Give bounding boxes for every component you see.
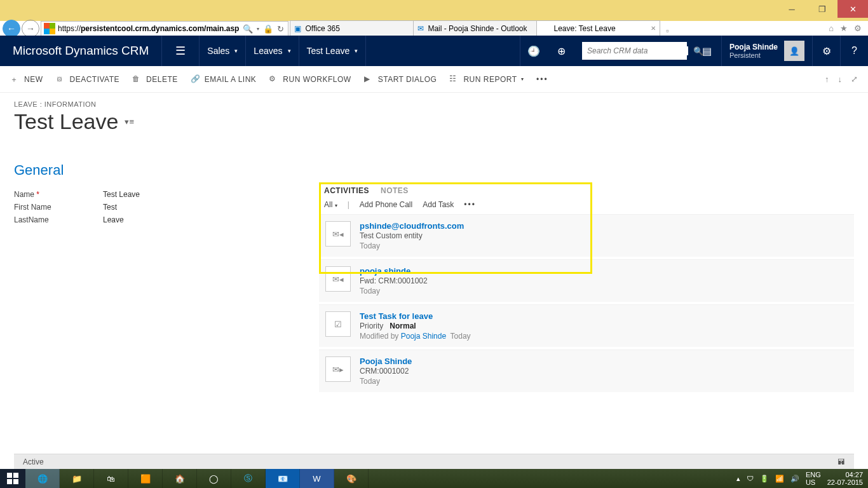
new-tab-button[interactable]: ▫	[660, 26, 675, 36]
home-icon[interactable]: ⌂	[829, 24, 834, 33]
taskbar-app-chrome[interactable]: ◯	[197, 469, 231, 488]
add-task-button[interactable]: Add Task	[423, 200, 454, 209]
browser-forward-button[interactable]: →	[22, 20, 39, 37]
section-general-header: General	[14, 162, 854, 179]
crm-search-box[interactable]: 🔍	[582, 42, 687, 60]
tools-icon[interactable]: ⚙	[854, 24, 862, 33]
svg-rect-1	[13, 473, 18, 478]
email-in-icon: ✉◂	[325, 266, 351, 292]
activity-time: Today	[360, 377, 412, 386]
breadcrumb-leaves[interactable]: Leaves▾	[246, 36, 299, 66]
taskbar-app-store[interactable]: 🛍	[94, 469, 128, 488]
refresh-icon[interactable]: ↻	[277, 24, 284, 34]
svg-rect-3	[13, 479, 18, 484]
browser-tab-office365[interactable]: ▣ Office 365	[290, 20, 414, 36]
save-button[interactable]: 🖬	[837, 458, 845, 466]
nav-prev-icon[interactable]: ↑	[825, 74, 829, 84]
activity-subject: Test Custom entity	[360, 231, 464, 240]
breadcrumb-sales[interactable]: Sales▾	[200, 36, 246, 66]
advanced-find-icon[interactable]: ▤	[693, 36, 721, 66]
browser-tab-label: Office 365	[305, 24, 339, 33]
win-minimize-button[interactable]: ─	[776, 0, 807, 18]
nav-next-icon[interactable]: ↓	[838, 74, 843, 84]
field-name-value: Test Leave	[103, 190, 140, 199]
browser-tab-mail[interactable]: ✉ Mail - Pooja Shinde - Outlook	[413, 20, 537, 36]
close-tab-icon[interactable]: ✕	[651, 25, 656, 32]
taskbar-app-home[interactable]: 🏠	[163, 469, 197, 488]
crm-search-input[interactable]	[582, 46, 688, 55]
tray-volume-icon[interactable]: 🔊	[790, 475, 799, 483]
tray-language[interactable]: ENGUS	[806, 471, 821, 486]
lock-icon: 🔒	[263, 24, 273, 34]
taskbar-app-explorer[interactable]: 📁	[60, 469, 94, 488]
user-org: Persistent	[729, 51, 778, 59]
activity-modified-by[interactable]: Pooja Shinde	[401, 332, 446, 341]
favorites-icon[interactable]: ★	[840, 24, 848, 33]
browser-tab-label: Mail - Pooja Shinde - Outlook	[428, 24, 527, 33]
activity-title: pshinde@cloudfronts.com	[360, 221, 464, 231]
filter-all[interactable]: All ▾	[324, 200, 337, 209]
play-icon: ▶	[364, 74, 374, 85]
field-lastname[interactable]: LastName Leave	[14, 215, 319, 224]
field-name[interactable]: Name * Test Leave	[14, 190, 319, 199]
browser-url-text: https://persistentcool.crm.dynamics.com/…	[58, 24, 239, 33]
email-link-button[interactable]: 🔗EMAIL A LINK	[191, 74, 257, 85]
user-menu[interactable]: Pooja Shinde Persistent 👤	[721, 36, 812, 66]
run-report-button[interactable]: ☷RUN REPORT▾	[449, 74, 524, 85]
win-restore-button[interactable]: ❐	[807, 0, 837, 18]
run-workflow-button[interactable]: ⚙RUN WORKFLOW	[269, 74, 351, 85]
svg-rect-2	[7, 479, 12, 484]
start-dialog-button[interactable]: ▶START DIALOG	[364, 74, 437, 85]
tray-up-icon[interactable]: ▴	[736, 475, 740, 483]
taskbar-app-ie[interactable]: 🌐	[25, 469, 60, 488]
activity-item[interactable]: ✉◂ pooja shinde Fwd: CRM:0001002 Today	[319, 259, 854, 302]
chevron-down-icon[interactable]: ▾	[257, 26, 259, 32]
trash-icon: 🗑	[132, 74, 142, 85]
chevron-down-icon: ▾	[335, 203, 337, 208]
search-icon[interactable]: 🔍	[243, 24, 253, 34]
chevron-down-icon: ▾	[521, 76, 524, 82]
browser-tab-crm-leave[interactable]: Leave: Test Leave ✕	[536, 20, 660, 36]
browser-address-bar[interactable]: https://persistentcool.crm.dynamics.com/…	[41, 21, 288, 36]
field-firstname[interactable]: First Name Test	[14, 203, 319, 212]
taskbar-app-word[interactable]: W	[300, 469, 334, 488]
task-icon: ☑	[325, 311, 351, 337]
record-status: Active	[23, 458, 44, 466]
activity-priority-label: Priority	[360, 322, 383, 330]
quick-create-button[interactable]: ⊕	[548, 36, 576, 66]
more-activities-button[interactable]: •••	[464, 200, 476, 209]
activity-time: Today	[360, 241, 464, 250]
taskbar-app-skype[interactable]: Ⓢ	[231, 469, 266, 488]
tab-notes[interactable]: NOTES	[381, 186, 409, 195]
tray-clock[interactable]: 04:2722-07-2015	[827, 471, 863, 486]
browser-back-button[interactable]: ←	[3, 20, 20, 37]
deactivate-button[interactable]: ⦻DEACTIVATE	[56, 74, 120, 85]
browser-favicon-icon	[541, 24, 550, 33]
start-button[interactable]	[0, 469, 25, 488]
delete-button[interactable]: 🗑DELETE	[132, 74, 178, 85]
windows-icon	[7, 473, 18, 484]
breadcrumb-test-leave[interactable]: Test Leave▾	[299, 36, 367, 66]
chevron-down-icon: ▾	[288, 48, 291, 54]
tab-activities[interactable]: ACTIVITIES	[324, 186, 369, 195]
taskbar-app-generic[interactable]: 🟧	[128, 469, 163, 488]
record-title: Test Leave ▾≡	[14, 109, 854, 134]
activity-item[interactable]: ☑ Test Task for leave Priority Normal Mo…	[319, 304, 854, 347]
activity-subject: Fwd: CRM:0001002	[360, 276, 428, 285]
add-phone-call-button[interactable]: Add Phone Call	[360, 200, 412, 209]
taskbar-app-paint[interactable]: 🎨	[334, 469, 369, 488]
popout-icon[interactable]: ⤢	[851, 74, 858, 84]
new-button[interactable]: ＋NEW	[10, 74, 43, 85]
taskbar-app-outlook[interactable]: 📧	[266, 469, 300, 488]
win-close-button[interactable]: ✕	[837, 0, 868, 18]
activity-item[interactable]: ✉▸ Pooja Shinde CRM:0001002 Today	[319, 349, 854, 392]
chevron-down-icon: ▾	[355, 48, 358, 54]
sitemap-button[interactable]: ☰	[161, 36, 200, 66]
form-selector-icon[interactable]: ▾≡	[125, 117, 134, 126]
settings-icon[interactable]: ⚙	[812, 36, 840, 66]
activity-title: pooja shinde	[360, 266, 428, 276]
recent-icon[interactable]: 🕘	[520, 36, 548, 66]
activity-item[interactable]: ✉◂ pshinde@cloudfronts.com Test Custom e…	[319, 214, 854, 257]
help-icon[interactable]: ?	[840, 36, 868, 66]
more-commands-button[interactable]: •••	[536, 75, 548, 84]
